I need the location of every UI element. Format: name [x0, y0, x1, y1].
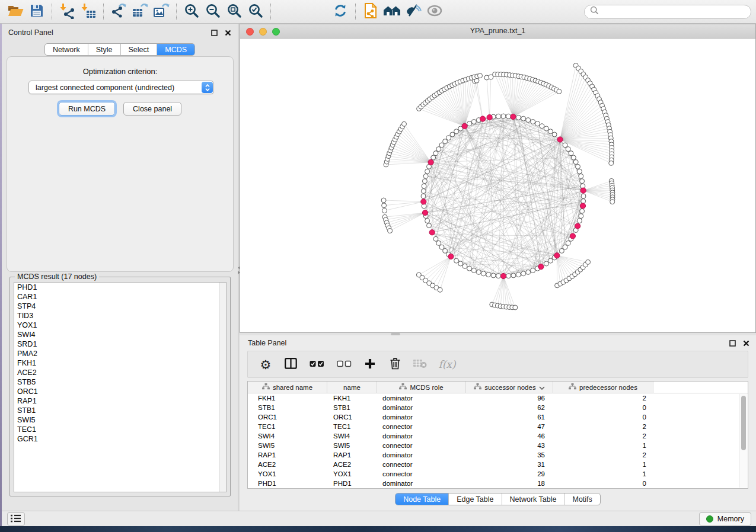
- memory-label: Memory: [717, 515, 744, 523]
- result-item[interactable]: TID3: [14, 311, 226, 321]
- result-item[interactable]: RAP1: [14, 396, 226, 406]
- deselect-all-button[interactable]: [335, 355, 353, 373]
- mcds-result-list[interactable]: PHD1CAR1STP4TID3YOX1SWI4SRD1PMA2FKH1ACE2…: [14, 282, 227, 492]
- open-session-button[interactable]: [5, 2, 26, 22]
- add-column-button[interactable]: [362, 355, 378, 373]
- tab-network-table[interactable]: Network Table: [502, 493, 565, 505]
- float-panel-button[interactable]: [210, 28, 218, 37]
- table-row[interactable]: ACE2ACE2connector311: [248, 460, 748, 469]
- task-list-icon: [11, 514, 21, 524]
- table-cell: TEC1: [327, 423, 377, 430]
- close-panel-button[interactable]: [742, 339, 750, 347]
- delete-column-button[interactable]: [387, 355, 403, 373]
- import-table-button[interactable]: [78, 2, 99, 22]
- result-item[interactable]: ACE2: [14, 368, 226, 377]
- refresh-view-button[interactable]: [330, 2, 351, 22]
- run-mcds-button[interactable]: Run MCDS: [59, 102, 115, 116]
- export-network-button[interactable]: [108, 2, 129, 22]
- table-row[interactable]: FKH1FKH1dominator962: [248, 393, 748, 403]
- column-label: name: [343, 384, 361, 391]
- show-networks-button[interactable]: [381, 2, 403, 22]
- tab-node-table[interactable]: Node Table: [395, 493, 449, 505]
- delete-table-button[interactable]: [412, 355, 428, 373]
- criterion-dropdown[interactable]: largest connected component (undirected): [28, 81, 214, 94]
- zoom-selected-button[interactable]: [245, 2, 266, 22]
- result-item[interactable]: SWI4: [14, 330, 226, 339]
- tab-motifs[interactable]: Motifs: [564, 493, 599, 505]
- search-icon: [590, 6, 599, 17]
- export-table-icon: [132, 3, 148, 21]
- export-image-button[interactable]: [151, 2, 172, 22]
- zoom-fit-button[interactable]: [224, 2, 245, 22]
- column-header-successor-nodes[interactable]: successor nodes: [466, 382, 553, 393]
- column-header-name[interactable]: name: [327, 382, 377, 393]
- network-canvas[interactable]: [240, 39, 755, 332]
- result-item[interactable]: GCR1: [14, 434, 226, 444]
- result-scrollbar[interactable]: [219, 283, 226, 492]
- table-cell: STB1: [327, 404, 377, 411]
- export-document-button[interactable]: [360, 2, 381, 22]
- search-input[interactable]: [599, 7, 745, 17]
- table-scrollbar[interactable]: [739, 394, 747, 488]
- table-row[interactable]: PHD1PHD1dominator180: [248, 479, 748, 488]
- tab-select[interactable]: Select: [121, 44, 158, 55]
- result-item[interactable]: STB1: [14, 406, 226, 415]
- table-row[interactable]: TEC1TEC1connector472: [248, 422, 748, 431]
- sort-desc-icon: [539, 384, 545, 391]
- result-item[interactable]: SRD1: [14, 339, 226, 349]
- save-session-button[interactable]: [26, 2, 47, 22]
- table-cell: FKH1: [327, 395, 377, 402]
- result-item[interactable]: STP4: [14, 302, 226, 311]
- tab-edge-table[interactable]: Edge Table: [449, 493, 502, 505]
- network-graph[interactable]: [240, 39, 755, 332]
- table-row[interactable]: ORC1ORC1dominator610: [248, 412, 748, 422]
- zoom-out-button[interactable]: [202, 2, 224, 22]
- hide-graphics-details-button[interactable]: [403, 2, 424, 22]
- table-panel: Table Panel ⚙ f(x) shared namenameMCDS r…: [240, 335, 756, 511]
- result-item[interactable]: FKH1: [14, 358, 226, 368]
- float-panel-button[interactable]: [728, 339, 736, 347]
- table-cell: RAP1: [248, 451, 327, 459]
- table-row[interactable]: RAP1RAP1dominator352: [248, 450, 748, 460]
- result-item[interactable]: SWI5: [14, 415, 226, 425]
- tab-mcds[interactable]: MCDS: [157, 44, 194, 55]
- toolbar-separator: [176, 4, 177, 20]
- table-cell: 35: [466, 451, 553, 459]
- result-item[interactable]: ORC1: [14, 387, 226, 396]
- result-item[interactable]: TEC1: [14, 425, 226, 434]
- result-item[interactable]: STB5: [14, 377, 226, 387]
- column-header-predecessor-nodes[interactable]: predecessor nodes: [553, 382, 653, 393]
- select-all-button[interactable]: [308, 355, 326, 373]
- trash-icon: [390, 357, 401, 371]
- function-builder-button[interactable]: f(x): [437, 355, 457, 373]
- task-history-button[interactable]: [7, 512, 25, 525]
- table-row[interactable]: YOX1YOX1connector291: [248, 469, 748, 479]
- result-item[interactable]: PMA2: [14, 349, 226, 358]
- result-item[interactable]: CAR1: [14, 292, 226, 302]
- column-header-shared-name[interactable]: shared name: [248, 382, 327, 393]
- open-folder-icon: [7, 4, 24, 20]
- table-row[interactable]: STB1STB1dominator620: [248, 403, 748, 412]
- export-table-button[interactable]: [129, 2, 151, 22]
- import-network-button[interactable]: [56, 2, 78, 22]
- result-item[interactable]: YOX1: [14, 321, 226, 330]
- show-columns-button[interactable]: [283, 355, 298, 373]
- scrollbar-thumb[interactable]: [741, 396, 746, 450]
- close-panel-action-button[interactable]: Close panel: [123, 102, 181, 116]
- table-settings-button[interactable]: ⚙: [258, 355, 273, 373]
- node-table: shared namenameMCDS rolesuccessor nodesp…: [247, 381, 748, 489]
- toolbar-separator: [355, 4, 356, 20]
- table-cell: 96: [466, 395, 553, 402]
- result-item[interactable]: PHD1: [14, 283, 226, 292]
- tab-style[interactable]: Style: [88, 44, 121, 55]
- tab-network[interactable]: Network: [45, 44, 88, 55]
- table-cell: SWI5: [248, 442, 327, 449]
- memory-button[interactable]: Memory: [699, 512, 751, 525]
- table-row[interactable]: SWI4SWI4dominator462: [248, 431, 748, 441]
- column-header-MCDS-role[interactable]: MCDS role: [377, 382, 466, 393]
- show-graphics-details-button[interactable]: [424, 2, 445, 22]
- zoom-in-button[interactable]: [181, 2, 202, 22]
- close-panel-button[interactable]: [224, 28, 232, 37]
- table-row[interactable]: SWI5SWI5connector431: [248, 441, 748, 450]
- column-label: successor nodes: [484, 384, 535, 391]
